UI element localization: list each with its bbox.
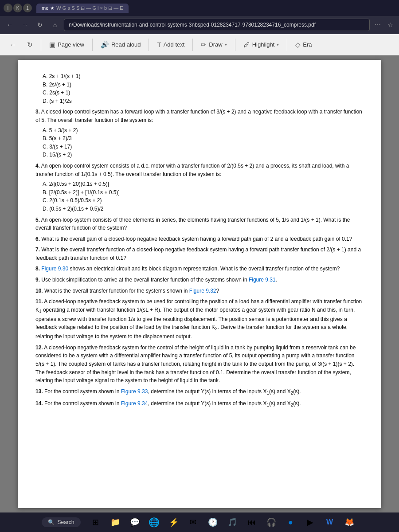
intro-choices: A. 2s + 1/(s + 1) B. 2s/(s + 1) C. 2s(s … [35,72,364,105]
search-label: Search [57,519,74,525]
draw-icon: ✏ [201,41,207,49]
q14-text: 14. For the control system shown in Figu… [35,399,364,409]
browser-back-btn[interactable]: I [4,4,12,12]
lightning-icon: ⚡ [169,517,179,527]
question-13: 13. For the control system shown in Figu… [35,387,364,397]
mail-icon: ✉ [190,517,196,527]
tab-controls: I K 1 [4,4,32,12]
address-input[interactable] [64,19,370,31]
q3-choice-b: B. 5(s + 2)/3 [43,134,364,143]
star-icon[interactable]: ☆ [385,20,395,30]
draw-dropdown-arrow: ▾ [225,42,227,47]
play-icon: ▶ [307,517,313,527]
erase-icon: ◇ [295,41,301,49]
choice-b-intro: B. 2s/(s + 1) [43,81,364,89]
taskbar-browser-btn[interactable]: 🌐 [146,514,162,530]
browser-icon: 🌐 [149,517,160,528]
q9-text: 9. Use block simplification to arrive at… [35,276,364,284]
choice-d-intro: D. (s + 1)/2s [43,97,364,106]
highlight-icon: 🖊 [243,41,250,48]
read-aloud-btn[interactable]: 🔊 Read aloud [96,38,145,51]
browser-chrome: I K 1 me ★ W G a S S ⊟ — G i × b ⊟ — E ←… [0,0,399,34]
home-btn[interactable]: ⌂ [49,19,61,31]
circle-icon: ● [288,518,293,527]
separator-3 [149,39,149,51]
highlight-dropdown-arrow: ▾ [277,42,279,47]
taskbar-fox-btn[interactable]: 🦊 [341,514,357,530]
highlight-label: Highlight [252,41,275,48]
q4-choice-c: C. 2(0.1s + 0.5)/0.5s + 2) [43,196,364,205]
separator-1 [41,39,41,51]
taskbar-word-btn[interactable]: W [322,514,338,530]
q4-choice-b: B. [2/(0.5s + 2)] + [1/(0.1s + 0.5)] [43,188,364,197]
highlight-btn[interactable]: 🖊 Highlight ▾ [239,38,284,51]
choice-a-intro: A. 2s + 1/(s + 1) [43,72,364,81]
browser-forward-btn[interactable]: K [13,4,22,12]
taskbar-audio-btn[interactable]: 🎧 [263,514,279,530]
taskbar-music-btn[interactable]: 🎵 [224,514,240,530]
music-icon: 🎵 [227,517,237,527]
taskbar-play-btn[interactable]: ▶ [302,514,318,530]
back-nav-btn[interactable]: ← [5,38,21,51]
prev-icon: ⏮ [248,518,256,527]
page-view-label: Page view [58,41,84,48]
fox-icon: 🦊 [344,517,354,527]
q3-text: 3. A closed-loop control system has a fo… [35,108,364,124]
separator-5 [235,39,235,51]
question-8: 8. Figure 9.30 shows an electrical circu… [35,265,364,273]
taskbar-lightning-btn[interactable]: ⚡ [166,514,182,530]
question-10: 10. What is the overall transfer functio… [35,287,364,295]
tab-icons-row: W G a S S ⊟ — G i × b ⊟ — E [56,5,123,11]
pdf-toolbar: ← ↻ ▣ Page view 🔊 Read aloud T Add text … [0,34,399,55]
erase-btn[interactable]: ◇ Era [291,38,316,51]
extensions-icon[interactable]: ⋯ [372,20,383,30]
fig-9-34-ref: Figure 9.34 [121,400,148,407]
address-bar-row: ← → ↻ ⌂ ⋯ ☆ [0,16,399,34]
taskbar: 🔍 Search ⊞ 📁 💬 🌐 ⚡ ✉ 🕐 🎵 ⏮ 🎧 ● ▶ W 🦊 [0,512,399,532]
fig-9-30-ref: Figure 9.30 [41,266,68,272]
taskbar-search[interactable]: 🔍 Search [42,517,80,527]
q6-text: 6. What is the overall gain of a closed-… [35,235,364,243]
taskbar-files-btn[interactable]: 📁 [107,514,123,530]
taskbar-clock-btn[interactable]: 🕐 [205,514,221,530]
question-4: 4. An open-loop control system consists … [35,162,364,213]
pdf-page: A. 2s + 1/(s + 1) B. 2s/(s + 1) C. 2s(s … [18,60,381,508]
read-aloud-label: Read aloud [111,41,141,48]
separator-2 [92,39,93,51]
speaker-icon: 🔊 [101,41,109,49]
fig-9-31-ref: Figure 9.31 [249,277,276,283]
taskbar-prev-btn[interactable]: ⏮ [244,514,260,530]
active-tab[interactable]: me ★ W G a S S ⊟ — G i × b ⊟ — E [36,4,129,13]
taskbar-chat-btn[interactable]: 💬 [127,514,143,530]
windows-icon: ⊞ [92,517,99,527]
taskbar-windows-btn[interactable]: ⊞ [88,514,104,530]
forward-btn[interactable]: → [19,19,31,31]
q3-choice-c: C. 3/(s + 17) [43,143,364,151]
taskbar-mail-btn[interactable]: ✉ [185,514,201,530]
q4-text: 4. An open-loop control system consists … [35,162,364,178]
question-14: 14. For the control system shown in Figu… [35,399,364,409]
refresh-btn[interactable]: ↻ [34,19,46,31]
q8-text: 8. Figure 9.30 shows an electrical circu… [35,265,364,273]
browser-tab-btn[interactable]: 1 [23,4,32,12]
chat-icon: 💬 [130,517,140,527]
nav-btn-2[interactable]: ↻ [23,38,37,51]
taskbar-circle-btn[interactable]: ● [283,514,299,530]
tab-icon: me [42,5,48,11]
question-3: 3. A closed-loop control system has a fo… [35,108,364,159]
erase-label: Era [303,41,312,48]
fig-9-33-ref: Figure 9.33 [121,388,148,395]
q4-choice-d: D. (0.5s + 2)(0.1s + 0.5)/2 [43,205,364,213]
add-text-btn[interactable]: T Add text [153,38,189,51]
back-btn[interactable]: ← [4,19,16,31]
separator-6 [287,39,287,51]
page-view-btn[interactable]: ▣ Page view [45,38,89,51]
audio-icon: 🎧 [266,517,276,527]
question-9: 9. Use block simplification to arrive at… [35,276,364,284]
tab-label: ★ [50,5,55,11]
redo-icon: ↻ [27,41,33,49]
text-icon: T [157,41,161,48]
q3-choice-d: D. 15/(s + 2) [43,151,364,159]
clock-icon: 🕐 [208,517,218,527]
draw-btn[interactable]: ✏ Draw ▾ [196,38,231,51]
